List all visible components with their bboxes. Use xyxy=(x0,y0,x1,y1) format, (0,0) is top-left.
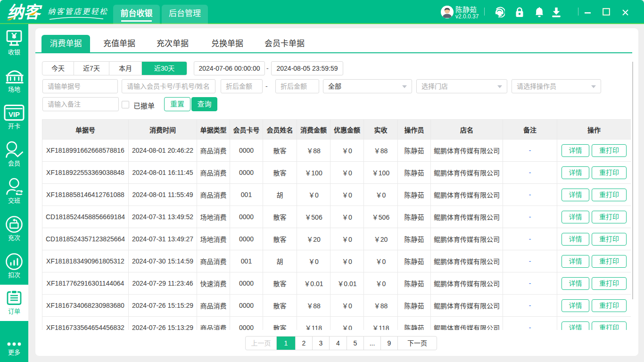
svg-text:VIP: VIP xyxy=(8,110,20,118)
